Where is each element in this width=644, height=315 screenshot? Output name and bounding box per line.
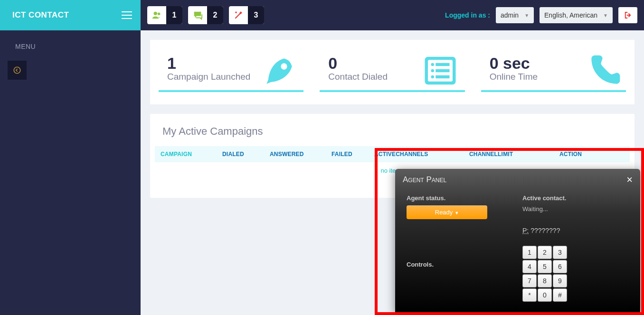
svg-point-10 xyxy=(431,75,434,79)
wizard-steps: 1 2 3 xyxy=(147,6,264,24)
user-select[interactable]: admin ▼ xyxy=(496,7,534,23)
key-1[interactable]: 1 xyxy=(522,246,537,259)
svg-point-3 xyxy=(281,63,287,69)
user-value: admin xyxy=(501,11,519,19)
stat-campaign-launched: 1 Campaign Launched xyxy=(159,49,303,92)
waiting-text: Waiting... xyxy=(522,205,629,213)
step-3[interactable]: 3 xyxy=(229,6,264,24)
col-failed[interactable]: FAILED xyxy=(331,151,374,158)
key-6[interactable]: 6 xyxy=(553,260,567,273)
stats-row: 1 Campaign Launched 0 Contact Dialed 0 s… xyxy=(150,40,635,104)
key-4[interactable]: 4 xyxy=(522,260,537,273)
logout-icon xyxy=(624,11,632,19)
language-value: English, American xyxy=(544,11,597,19)
dtmf-keypad: 1 2 3 4 5 6 7 8 9 * 0 # xyxy=(522,246,568,302)
col-answered[interactable]: ANSWERED xyxy=(270,151,331,158)
svg-point-6 xyxy=(431,63,434,66)
sidebar-collapse-button[interactable] xyxy=(8,61,27,80)
key-8[interactable]: 8 xyxy=(538,274,552,287)
wand-icon xyxy=(229,6,248,24)
step-number: 2 xyxy=(207,6,223,24)
menu-heading: MENU xyxy=(0,30,141,61)
list-icon xyxy=(418,52,462,91)
agent-status-label: Agent status. xyxy=(407,195,513,202)
col-dialed[interactable]: DIALED xyxy=(222,151,270,158)
topbar: 1 2 3 Logged in as : admin ▼ English, Am… xyxy=(141,0,644,30)
step-number: 3 xyxy=(248,6,264,24)
step-2[interactable]: 2 xyxy=(188,6,223,24)
phone-icon xyxy=(585,52,623,92)
agent-status-button[interactable]: Ready▼ xyxy=(407,205,487,219)
table-header-row: CAMPAIGN DIALED ANSWERED FAILED ACTIVECH… xyxy=(155,146,630,162)
caret-down-icon: ▼ xyxy=(603,13,608,18)
chat-icon xyxy=(188,6,207,24)
col-activechannels[interactable]: ACTIVECHANNELS xyxy=(374,151,469,158)
agent-panel-title: Agent Panel xyxy=(403,175,446,185)
svg-rect-7 xyxy=(436,63,449,66)
svg-point-8 xyxy=(431,69,434,73)
language-select[interactable]: English, American ▼ xyxy=(540,7,613,23)
stat-contact-dialed: 0 Contact Dialed xyxy=(320,49,464,92)
key-2[interactable]: 2 xyxy=(538,246,552,259)
key-9[interactable]: 9 xyxy=(553,274,567,287)
key-7[interactable]: 7 xyxy=(522,274,537,287)
agent-panel: Agent Panel × Agent status. Ready▼ Contr… xyxy=(395,169,640,313)
step-1[interactable]: 1 xyxy=(147,6,182,24)
col-campaign[interactable]: CAMPAIGN xyxy=(161,151,222,158)
close-icon[interactable]: × xyxy=(626,175,633,185)
logout-button[interactable] xyxy=(618,7,637,23)
svg-point-1 xyxy=(154,12,157,15)
svg-point-0 xyxy=(14,67,20,74)
key-star[interactable]: * xyxy=(522,288,537,302)
svg-rect-9 xyxy=(436,69,449,73)
step-number: 1 xyxy=(166,6,182,24)
svg-point-2 xyxy=(158,13,161,16)
phone-prefix: P: xyxy=(522,227,529,234)
svg-rect-11 xyxy=(436,75,449,79)
menu-toggle-icon[interactable] xyxy=(122,11,132,19)
col-action[interactable]: ACTION xyxy=(559,151,597,158)
phone-number: ???????? xyxy=(530,227,560,234)
sidebar: ICT CONTACT MENU xyxy=(0,0,141,315)
agent-status-value: Ready xyxy=(435,209,453,216)
caret-down-icon: ▼ xyxy=(455,211,459,215)
key-3[interactable]: 3 xyxy=(553,246,567,259)
caret-down-icon: ▼ xyxy=(524,13,529,18)
sidebar-header: ICT CONTACT xyxy=(0,0,141,30)
table-title: My Active Campaigns xyxy=(150,125,635,146)
key-5[interactable]: 5 xyxy=(538,260,552,273)
logged-in-label: Logged in as : xyxy=(445,11,490,19)
col-channellimit[interactable]: CHANNELLIMIT xyxy=(469,151,559,158)
key-0[interactable]: 0 xyxy=(538,288,552,302)
key-hash[interactable]: # xyxy=(553,288,567,302)
agent-panel-header: Agent Panel × xyxy=(395,169,640,191)
rocket-icon xyxy=(258,52,301,92)
controls-label: Controls. xyxy=(407,261,513,268)
phone-row: P: ???????? xyxy=(522,227,629,234)
users-icon xyxy=(147,6,166,24)
stat-online-time: 0 sec Online Time xyxy=(481,49,626,92)
active-contact-label: Active contact. xyxy=(522,195,629,202)
brand-title: ICT CONTACT xyxy=(12,10,69,20)
